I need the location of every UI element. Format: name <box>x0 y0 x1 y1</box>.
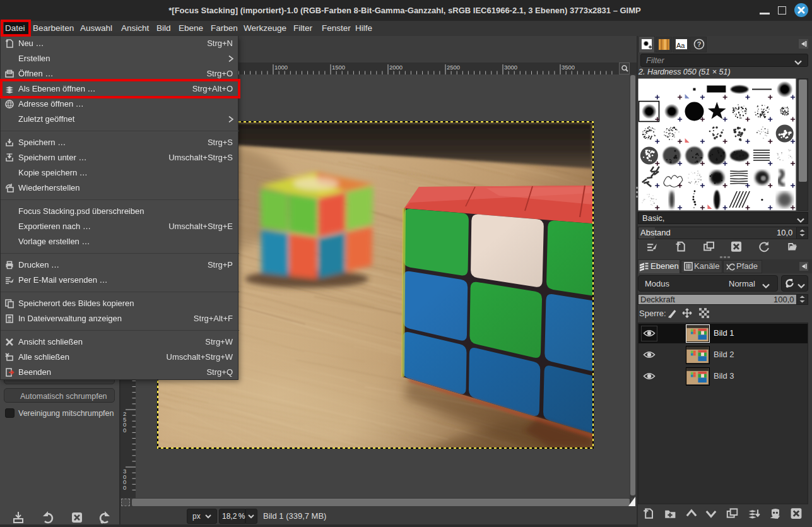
svg-text:2000: 2000 <box>389 64 403 71</box>
svg-text:?: ? <box>697 40 702 48</box>
svg-text:0: 0 <box>123 427 126 434</box>
svg-text:1500: 1500 <box>332 64 345 71</box>
svg-text:0: 0 <box>123 484 126 491</box>
svg-text:1000: 1000 <box>274 64 288 71</box>
svg-text:3000: 3000 <box>504 64 517 71</box>
svg-text:2500: 2500 <box>447 64 460 71</box>
svg-text:3500: 3500 <box>562 64 575 71</box>
